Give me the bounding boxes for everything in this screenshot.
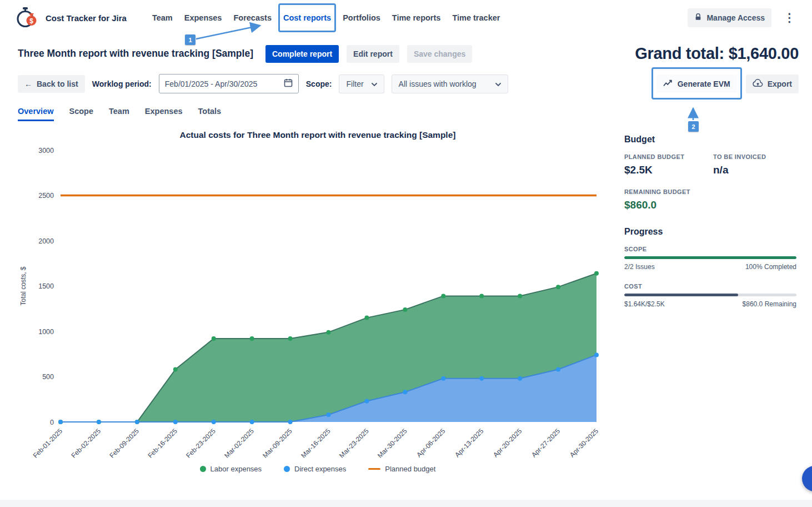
filter-select[interactable]: Filter — [339, 74, 384, 93]
bottom-strip — [0, 500, 812, 507]
svg-text:3000: 3000 — [38, 147, 54, 155]
scope-label: Scope: — [306, 79, 332, 88]
svg-text:Feb-16-2025: Feb-16-2025 — [146, 427, 179, 460]
tab-expenses[interactable]: Expenses — [145, 107, 183, 121]
svg-text:2000: 2000 — [38, 237, 54, 245]
svg-text:1000: 1000 — [38, 328, 54, 336]
labor-expenses-dot-icon — [200, 466, 206, 472]
svg-text:Apr-20-2025: Apr-20-2025 — [492, 427, 523, 459]
nav-expenses[interactable]: Expenses — [184, 10, 222, 26]
page-content: Three Month report with revenue tracking… — [0, 44, 812, 473]
scope-completed-text: 100% Completed — [745, 263, 796, 271]
budget-heading: Budget — [624, 135, 796, 145]
nav-time-tracker[interactable]: Time tracker — [452, 10, 500, 26]
nav-cost-reports[interactable]: Cost reports — [283, 10, 331, 26]
svg-text:Mar-30-2025: Mar-30-2025 — [376, 427, 409, 460]
kebab-menu-icon[interactable]: ⋮ — [779, 10, 800, 26]
cost-remaining-text: $860.0 Remaining — [743, 300, 796, 308]
remaining-budget-label: REMAINING BUDGET — [624, 188, 796, 195]
chevron-down-icon — [372, 79, 377, 88]
cost-spent-text: $1.64K/$2.5K — [624, 300, 665, 308]
svg-text:Apr-06-2025: Apr-06-2025 — [415, 427, 447, 459]
to-be-invoiced-label: TO BE INVOICED — [713, 153, 766, 160]
worklog-period-label: Worklog period: — [92, 79, 152, 88]
report-title-row: Three Month report with revenue tracking… — [18, 44, 799, 63]
scope-progress-caption: 2/2 Issues 100% Completed — [624, 263, 796, 271]
header-actions: Manage Access ⋮ — [688, 8, 800, 27]
complete-report-button[interactable]: Complete report — [265, 45, 339, 63]
budget-panel: Budget PLANNED BUDGET $2.5K TO BE INVOIC… — [618, 127, 799, 473]
scope-progress-label: SCOPE — [624, 246, 796, 252]
nav-team[interactable]: Team — [152, 10, 173, 26]
main-area: Actual costs for Three Month report with… — [18, 127, 799, 473]
annotation-step-1: 1 — [185, 34, 196, 45]
scope-progress-bar — [624, 256, 796, 259]
legend-planned-budget[interactable]: Planned budget — [368, 465, 435, 473]
report-toolbar: ← Back to list Worklog period: Feb/01/20… — [18, 74, 799, 93]
worklog-period-input[interactable]: Feb/01/2025 - Apr/30/2025 — [159, 74, 299, 93]
tab-team[interactable]: Team — [109, 107, 129, 121]
save-changes-button[interactable]: Save changes — [407, 45, 472, 63]
progress-heading: Progress — [624, 227, 796, 237]
toolbar-actions: Generate EVM Export — [656, 74, 799, 93]
chart-legend: Labor expenses Direct expenses Planned b… — [18, 465, 618, 473]
edit-report-button[interactable]: Edit report — [347, 45, 399, 63]
tab-bar: Overview Scope Team Expenses Totals — [18, 107, 799, 121]
svg-text:1500: 1500 — [38, 282, 54, 290]
nav-time-reports[interactable]: Time reports — [392, 10, 441, 26]
legend-direct-expenses[interactable]: Direct expenses — [284, 465, 346, 473]
legend-labor-expenses[interactable]: Labor expenses — [200, 465, 262, 473]
planned-budget-value: $2.5K — [624, 164, 713, 176]
chart-title: Actual costs for Three Month report with… — [18, 130, 618, 140]
svg-text:Mar-02-2025: Mar-02-2025 — [223, 427, 255, 460]
cloud-export-icon — [753, 79, 763, 89]
grand-total: Grand total: $1,640.00 — [635, 44, 799, 63]
planned-budget-label: PLANNED BUDGET — [624, 153, 713, 160]
cost-progress-caption: $1.64K/$2.5K $860.0 Remaining — [624, 300, 796, 308]
svg-text:Apr-13-2025: Apr-13-2025 — [453, 427, 485, 459]
planned-budget-line-icon — [368, 468, 380, 470]
page-title: Three Month report with revenue tracking… — [18, 48, 253, 59]
svg-text:Feb-02-2025: Feb-02-2025 — [70, 427, 103, 460]
remaining-budget-value: $860.0 — [624, 199, 796, 211]
export-button[interactable]: Export — [746, 74, 799, 93]
tab-overview[interactable]: Overview — [18, 107, 54, 121]
cost-area-chart: 050010001500200025003000Feb-01-2025Feb-0… — [18, 140, 607, 474]
svg-text:Mar-16-2025: Mar-16-2025 — [299, 427, 332, 460]
svg-text:Mar-23-2025: Mar-23-2025 — [338, 427, 370, 460]
svg-text:Mar-09-2025: Mar-09-2025 — [261, 427, 294, 460]
svg-text:Apr-27-2025: Apr-27-2025 — [530, 427, 562, 459]
direct-expenses-dot-icon — [284, 466, 290, 472]
svg-text:500: 500 — [42, 373, 54, 381]
chevron-down-icon — [495, 79, 501, 88]
evm-chart-icon — [663, 79, 673, 88]
budget-values: PLANNED BUDGET $2.5K TO BE INVOICED n/a — [624, 153, 796, 176]
generate-evm-button[interactable]: Generate EVM — [656, 74, 737, 93]
to-be-invoiced-value: n/a — [713, 164, 766, 176]
main-nav: Team Expenses Forecasts Cost reports Por… — [152, 10, 500, 26]
svg-text:0: 0 — [50, 419, 54, 426]
svg-text:2500: 2500 — [38, 192, 54, 200]
svg-text:Feb-01-2025: Feb-01-2025 — [32, 427, 64, 460]
issues-scope-select[interactable]: All issues with worklog — [392, 74, 508, 93]
tab-scope[interactable]: Scope — [69, 107, 94, 121]
svg-text:Total costs, $: Total costs, $ — [19, 266, 27, 305]
scope-issues-text: 2/2 Issues — [624, 263, 655, 271]
back-to-list-button[interactable]: ← Back to list — [18, 75, 85, 93]
svg-text:Apr-30-2025: Apr-30-2025 — [568, 427, 600, 459]
nav-forecasts[interactable]: Forecasts — [233, 10, 272, 26]
manage-access-button[interactable]: Manage Access — [688, 8, 771, 27]
back-arrow-icon: ← — [24, 79, 32, 88]
lock-icon — [694, 13, 702, 23]
chart-area: Actual costs for Three Month report with… — [18, 127, 618, 473]
tab-totals[interactable]: Totals — [198, 107, 222, 121]
svg-text:Feb-23-2025: Feb-23-2025 — [184, 427, 217, 460]
svg-text:Feb-09-2025: Feb-09-2025 — [108, 427, 141, 460]
cost-progress-label: COST — [624, 283, 796, 290]
app-title: Cost Tracker for Jira — [46, 13, 127, 23]
app-logo-icon: $ — [14, 6, 39, 29]
svg-text:$: $ — [29, 17, 33, 25]
app-header: $ Cost Tracker for Jira Team Expenses Fo… — [0, 0, 812, 36]
nav-portfolios[interactable]: Portfolios — [343, 10, 380, 26]
calendar-icon — [284, 78, 293, 89]
